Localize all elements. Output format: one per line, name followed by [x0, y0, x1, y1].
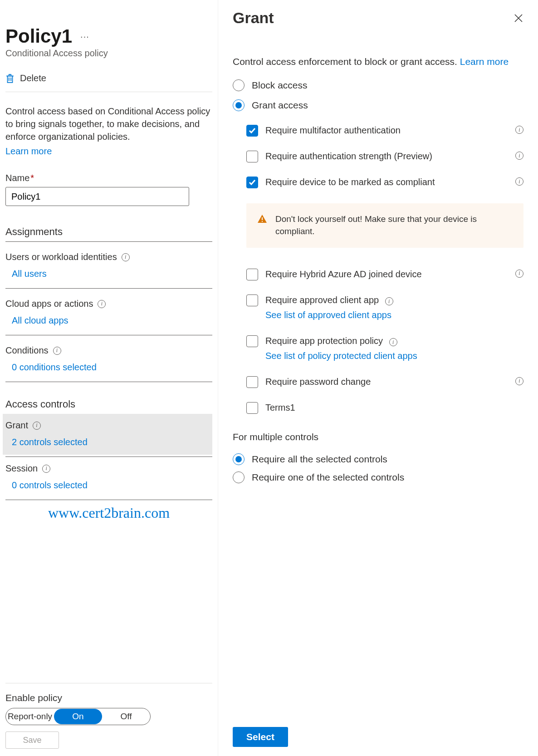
policy-name-input[interactable] — [5, 187, 189, 206]
info-icon[interactable]: i — [98, 300, 106, 308]
radio-icon — [233, 453, 245, 465]
grant-value-link[interactable]: 2 controls selected — [12, 437, 208, 447]
name-field-label: Name* — [5, 173, 212, 183]
info-icon[interactable]: i — [42, 465, 50, 473]
terms1-checkbox[interactable] — [246, 402, 258, 414]
info-icon[interactable]: i — [122, 253, 130, 261]
grant-panel-description: Control access enforcement to block or g… — [233, 55, 523, 69]
terms1-label: Terms1 — [265, 401, 523, 414]
page-subtitle: Conditional Access policy — [5, 48, 212, 59]
app-protection-checkbox[interactable] — [246, 335, 258, 347]
svg-rect-0 — [262, 217, 263, 220]
save-button[interactable]: Save — [5, 731, 59, 749]
auth-strength-checkbox[interactable] — [246, 151, 258, 162]
grant-panel: Grant Control access enforcement to bloc… — [218, 0, 538, 756]
app-protection-list-link[interactable]: See list of policy protected client apps — [265, 349, 523, 363]
cloudapps-value-link[interactable]: All cloud apps — [12, 315, 212, 333]
approved-app-list-link[interactable]: See list of approved client apps — [265, 309, 523, 322]
grant-learn-more-link[interactable]: Learn more — [460, 56, 509, 67]
info-icon[interactable]: i — [33, 422, 41, 430]
learn-more-link[interactable]: Learn more — [5, 145, 212, 157]
grant-panel-title: Grant — [233, 9, 274, 27]
toggle-off[interactable]: Off — [102, 709, 150, 724]
watermark-text: www.cert2brain.com — [5, 505, 212, 521]
radio-icon — [233, 471, 245, 483]
users-value-link[interactable]: All users — [12, 269, 212, 286]
compliant-checkbox[interactable] — [246, 177, 258, 188]
session-label: Session — [5, 463, 38, 474]
multi-controls-label: For multiple controls — [233, 432, 523, 442]
mfa-label: Require multifactor authentication — [265, 124, 504, 137]
policy-edit-panel: Policy1 ··· Conditional Access policy De… — [0, 0, 218, 756]
session-value-link[interactable]: 0 controls selected — [12, 480, 208, 491]
conditions-value-link[interactable]: 0 conditions selected — [12, 362, 212, 380]
cloudapps-label: Cloud apps or actions — [5, 299, 93, 309]
conditions-label: Conditions — [5, 345, 49, 356]
grant-item[interactable]: Grant i 2 controls selected — [3, 414, 212, 455]
access-controls-header: Access controls — [5, 398, 212, 414]
warning-icon — [257, 214, 267, 223]
page-title: Policy1 — [5, 25, 72, 47]
more-menu-button[interactable]: ··· — [80, 31, 89, 42]
hybrid-checkbox[interactable] — [246, 269, 258, 280]
info-icon[interactable]: i — [53, 347, 61, 355]
mfa-checkbox[interactable] — [246, 125, 258, 137]
enable-policy-toggle[interactable]: Report-only On Off — [5, 708, 151, 725]
password-change-checkbox[interactable] — [246, 376, 258, 388]
require-all-radio[interactable]: Require all the selected controls — [233, 453, 523, 465]
policy-description: Control access based on Conditional Acce… — [5, 105, 212, 157]
block-access-radio[interactable]: Block access — [233, 79, 523, 91]
require-one-radio[interactable]: Require one of the selected controls — [233, 471, 523, 483]
session-item[interactable]: Session i 0 controls selected — [5, 457, 212, 498]
delete-label: Delete — [20, 73, 46, 83]
info-icon[interactable]: i — [515, 126, 523, 134]
info-icon[interactable]: i — [515, 177, 523, 186]
info-icon[interactable]: i — [515, 377, 523, 385]
close-icon[interactable] — [514, 13, 523, 23]
hybrid-label: Require Hybrid Azure AD joined device — [265, 268, 504, 281]
auth-strength-label: Require authentication strength (Preview… — [265, 150, 504, 163]
info-icon[interactable]: i — [515, 152, 523, 160]
grant-label: Grant — [5, 420, 28, 431]
toggle-report-only[interactable]: Report-only — [6, 709, 54, 724]
trash-icon — [5, 74, 15, 83]
radio-icon — [233, 99, 245, 111]
users-label: Users or workload identities — [5, 252, 117, 262]
delete-button[interactable]: Delete — [5, 73, 212, 92]
grant-access-radio[interactable]: Grant access — [233, 99, 523, 111]
enable-policy-label: Enable policy — [5, 692, 212, 703]
assignments-header: Assignments — [5, 226, 212, 242]
svg-rect-1 — [262, 221, 263, 222]
info-icon[interactable]: i — [515, 270, 523, 278]
toggle-on[interactable]: On — [54, 709, 102, 724]
radio-icon — [233, 79, 245, 91]
approved-app-label: Require approved client app — [265, 295, 379, 305]
compliance-warning: Don't lock yourself out! Make sure that … — [246, 203, 523, 247]
info-icon[interactable]: i — [385, 297, 393, 305]
select-button[interactable]: Select — [233, 727, 288, 747]
compliant-label: Require device to be marked as compliant — [265, 176, 504, 189]
approved-app-checkbox[interactable] — [246, 295, 258, 306]
app-protection-label: Require app protection policy — [265, 336, 383, 346]
password-change-label: Require password change — [265, 375, 504, 388]
info-icon[interactable]: i — [389, 338, 397, 346]
